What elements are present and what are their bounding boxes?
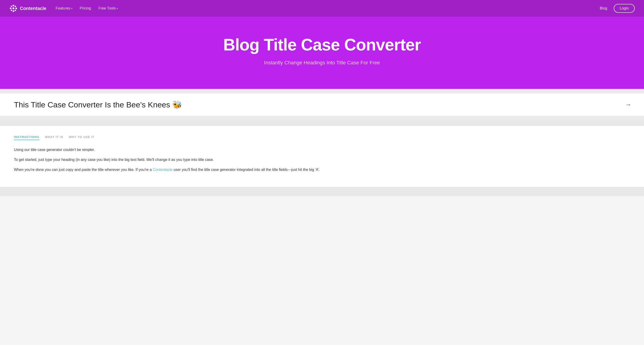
free-tools-chevron-icon: ▾: [116, 7, 118, 10]
svg-point-7: [15, 6, 16, 7]
tabs-row: INSTRUCTIONS WHAT IT IS WHY TO USE IT: [14, 135, 630, 140]
tab-why-to-use[interactable]: WHY TO USE IT: [69, 135, 94, 140]
instructions-para-3: When you're done you can just copy and p…: [14, 166, 630, 173]
features-chevron-icon: ▾: [71, 7, 72, 10]
contentacle-link[interactable]: Contentacle: [153, 168, 172, 172]
svg-point-5: [11, 6, 12, 7]
para3-before: When you're done you can just copy and p…: [14, 168, 153, 172]
hero-subtitle: Instantly Change Headings Into Title Cas…: [9, 60, 635, 66]
tab-content-instructions: Using our title case generator couldn't …: [14, 147, 630, 173]
bottom-divider: [0, 187, 644, 196]
logo-icon: [9, 4, 18, 13]
svg-point-0: [12, 8, 14, 9]
nav-right: Blog Login: [600, 4, 635, 13]
logo-text: Contentacle: [20, 6, 46, 11]
hero-title: Blog Title Case Converter: [9, 35, 635, 54]
hero-section: Blog Title Case Converter Instantly Chan…: [0, 17, 644, 89]
instructions-para-1: Using our title case generator couldn't …: [14, 147, 630, 153]
para3-after: user you'll find the title case generato…: [172, 168, 320, 172]
svg-point-2: [13, 11, 14, 12]
tab-instructions[interactable]: INSTRUCTIONS: [14, 135, 39, 140]
logo-link[interactable]: Contentacle: [9, 4, 46, 13]
instructions-para-2: To get started, just type your heading (…: [14, 157, 630, 163]
nav-links: Features ▾ Pricing Free Tools ▾: [56, 6, 600, 11]
navbar: Contentacle Features ▾ Pricing Free Tool…: [0, 0, 644, 17]
nav-free-tools[interactable]: Free Tools ▾: [98, 6, 118, 11]
tabs-section: INSTRUCTIONS WHAT IT IS WHY TO USE IT Us…: [0, 126, 644, 187]
converter-text: This Title Case Converter Is the Bee's K…: [14, 100, 626, 109]
svg-point-3: [10, 8, 12, 9]
nav-blog[interactable]: Blog: [600, 6, 607, 11]
nav-features[interactable]: Features ▾: [56, 6, 72, 11]
divider-top: [0, 120, 644, 126]
converter-section: This Title Case Converter Is the Bee's K…: [0, 89, 644, 120]
nav-pricing[interactable]: Pricing: [80, 6, 91, 11]
tab-what-it-is[interactable]: WHAT IT IS: [45, 135, 63, 140]
svg-point-6: [15, 10, 16, 11]
svg-point-4: [16, 8, 17, 9]
svg-point-8: [11, 10, 12, 11]
converter-box: This Title Case Converter Is the Bee's K…: [0, 94, 644, 116]
login-button[interactable]: Login: [614, 4, 635, 13]
svg-point-1: [13, 5, 14, 7]
